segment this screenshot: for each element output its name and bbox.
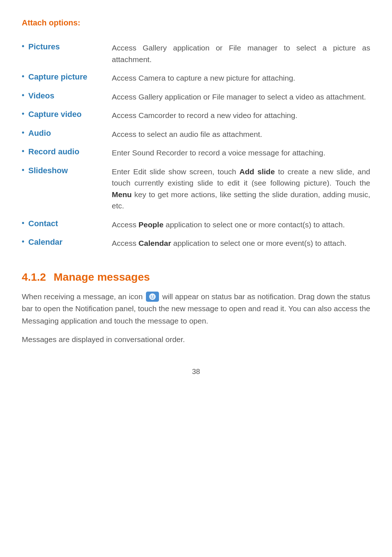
section-title: Manage messages — [48, 271, 150, 283]
list-item: • Videos Access Gallery application or F… — [22, 88, 370, 106]
list-item: • Record audio Enter Sound Recorder to r… — [22, 143, 370, 162]
bullet-icon: • — [22, 147, 24, 155]
item-label: Audio — [28, 129, 51, 138]
list-item: • Capture video Access Camcorder to reco… — [22, 106, 370, 125]
item-label: Calendar — [28, 237, 62, 247]
list-item: • Capture picture Access Camera to captu… — [22, 69, 370, 88]
section-heading: 4.1.2 Manage messages — [22, 271, 370, 283]
list-item: • Audio Access to select an audio file a… — [22, 125, 370, 144]
item-label: Videos — [28, 91, 54, 100]
item-description: Access Gallery application or File manag… — [112, 38, 370, 69]
section-body-paragraph-1: When receiving a message, an icon will a… — [22, 290, 370, 327]
list-item: • Calendar Access Calendar application t… — [22, 234, 370, 253]
page-number: 38 — [22, 367, 370, 376]
item-description: Access Camcorder to record a new video f… — [112, 106, 370, 125]
svg-point-0 — [149, 293, 156, 300]
bullet-icon: • — [22, 166, 24, 174]
bullet-icon: • — [22, 237, 24, 245]
item-label: Record audio — [28, 147, 79, 156]
item-description: Enter Edit slide show screen, touch Add … — [112, 162, 370, 215]
item-label: Capture picture — [28, 72, 87, 81]
item-description: Access Camera to capture a new picture f… — [112, 69, 370, 88]
section-body-paragraph-2: Messages are displayed in conversational… — [22, 333, 370, 346]
bullet-icon: • — [22, 219, 24, 227]
item-label: Capture video — [28, 110, 82, 119]
svg-point-1 — [151, 296, 152, 297]
attach-options-table: • Pictures Access Gallery application or… — [22, 38, 370, 253]
item-description: Access People application to select one … — [112, 215, 370, 234]
bullet-icon: • — [22, 110, 24, 118]
item-description: Access Calendar application to select on… — [112, 234, 370, 253]
item-label: Contact — [28, 219, 58, 228]
bullet-icon: • — [22, 129, 24, 137]
item-description: Access to select an audio file as attach… — [112, 125, 370, 144]
list-item: • Pictures Access Gallery application or… — [22, 38, 370, 69]
bullet-icon: • — [22, 91, 24, 99]
bullet-icon: • — [22, 42, 24, 50]
attach-options-title: Attach options: — [22, 18, 370, 28]
attach-options-section: Attach options: • Pictures Access Galler… — [22, 18, 370, 253]
section-number: 4.1.2 — [22, 271, 46, 283]
item-label: Pictures — [28, 42, 60, 51]
list-item: • Contact Access People application to s… — [22, 215, 370, 234]
item-description: Access Gallery application or File manag… — [112, 88, 370, 106]
item-label: Slideshow — [28, 166, 68, 175]
svg-point-2 — [153, 296, 154, 297]
bullet-icon: • — [22, 72, 24, 80]
list-item: • Slideshow Enter Edit slide show screen… — [22, 162, 370, 215]
item-description: Enter Sound Recorder to record a voice m… — [112, 143, 370, 162]
message-notification-icon — [146, 292, 159, 302]
